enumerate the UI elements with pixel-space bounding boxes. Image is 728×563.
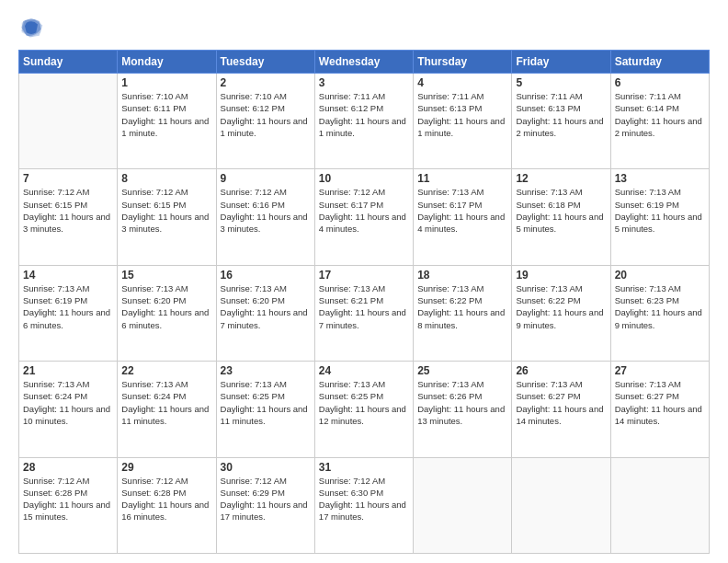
calendar-cell: 14 Sunrise: 7:13 AMSunset: 6:19 PMDaylig… bbox=[19, 265, 118, 361]
day-info: Sunrise: 7:13 AMSunset: 6:19 PMDaylight:… bbox=[23, 282, 113, 331]
day-number: 31 bbox=[319, 461, 409, 474]
day-number: 1 bbox=[121, 76, 211, 89]
day-info: Sunrise: 7:13 AMSunset: 6:22 PMDaylight:… bbox=[417, 282, 507, 331]
day-info: Sunrise: 7:13 AMSunset: 6:25 PMDaylight:… bbox=[319, 378, 409, 427]
day-info: Sunrise: 7:12 AMSunset: 6:28 PMDaylight:… bbox=[23, 475, 113, 523]
day-number: 14 bbox=[23, 269, 113, 282]
calendar-cell: 25 Sunrise: 7:13 AMSunset: 6:26 PMDaylig… bbox=[414, 362, 512, 457]
calendar-cell: 1 Sunrise: 7:10 AMSunset: 6:11 PMDayligh… bbox=[118, 74, 216, 169]
calendar-cell: 3 Sunrise: 7:11 AMSunset: 6:12 PMDayligh… bbox=[314, 74, 413, 169]
header bbox=[18, 15, 710, 40]
day-number: 23 bbox=[221, 364, 311, 377]
calendar-cell: 31 Sunrise: 7:12 AMSunset: 6:30 PMDaylig… bbox=[314, 457, 413, 553]
calendar-cell: 15 Sunrise: 7:13 AMSunset: 6:20 PMDaylig… bbox=[118, 265, 216, 361]
calendar-cell: 22 Sunrise: 7:13 AMSunset: 6:24 PMDaylig… bbox=[118, 362, 216, 457]
day-number: 10 bbox=[319, 172, 409, 185]
day-number: 19 bbox=[516, 269, 606, 282]
day-number: 13 bbox=[615, 172, 705, 185]
day-info: Sunrise: 7:13 AMSunset: 6:19 PMDaylight:… bbox=[615, 186, 705, 235]
calendar-cell: 11 Sunrise: 7:13 AMSunset: 6:17 PMDaylig… bbox=[414, 169, 512, 265]
day-info: Sunrise: 7:13 AMSunset: 6:20 PMDaylight:… bbox=[121, 282, 211, 331]
day-number: 17 bbox=[319, 269, 409, 282]
day-number: 28 bbox=[23, 461, 113, 474]
day-info: Sunrise: 7:13 AMSunset: 6:27 PMDaylight:… bbox=[615, 378, 705, 427]
calendar-cell: 17 Sunrise: 7:13 AMSunset: 6:21 PMDaylig… bbox=[314, 265, 413, 361]
day-number: 4 bbox=[417, 76, 507, 89]
calendar-cell bbox=[610, 457, 709, 553]
day-number: 20 bbox=[615, 269, 705, 282]
day-info: Sunrise: 7:13 AMSunset: 6:17 PMDaylight:… bbox=[417, 186, 507, 235]
day-number: 5 bbox=[516, 76, 606, 89]
day-info: Sunrise: 7:12 AMSunset: 6:28 PMDaylight:… bbox=[121, 475, 211, 523]
day-number: 12 bbox=[516, 172, 606, 185]
calendar-cell: 2 Sunrise: 7:10 AMSunset: 6:12 PMDayligh… bbox=[216, 74, 314, 169]
day-number: 26 bbox=[516, 364, 606, 377]
calendar-cell: 16 Sunrise: 7:13 AMSunset: 6:20 PMDaylig… bbox=[216, 265, 314, 361]
weekday-header-thursday: Thursday bbox=[414, 51, 512, 74]
day-info: Sunrise: 7:12 AMSunset: 6:16 PMDaylight:… bbox=[221, 186, 311, 235]
weekday-header-friday: Friday bbox=[512, 51, 610, 74]
calendar-cell bbox=[19, 74, 118, 169]
calendar-cell: 5 Sunrise: 7:11 AMSunset: 6:13 PMDayligh… bbox=[512, 74, 610, 169]
day-info: Sunrise: 7:12 AMSunset: 6:15 PMDaylight:… bbox=[121, 186, 211, 235]
day-info: Sunrise: 7:13 AMSunset: 6:24 PMDaylight:… bbox=[121, 378, 211, 427]
calendar-cell: 19 Sunrise: 7:13 AMSunset: 6:22 PMDaylig… bbox=[512, 265, 610, 361]
day-number: 29 bbox=[121, 461, 211, 474]
day-number: 24 bbox=[319, 364, 409, 377]
weekday-header-wednesday: Wednesday bbox=[314, 51, 413, 74]
week-row-3: 14 Sunrise: 7:13 AMSunset: 6:19 PMDaylig… bbox=[19, 265, 710, 361]
day-number: 18 bbox=[417, 269, 507, 282]
calendar-cell: 27 Sunrise: 7:13 AMSunset: 6:27 PMDaylig… bbox=[610, 362, 709, 457]
day-number: 22 bbox=[121, 364, 211, 377]
weekday-header-saturday: Saturday bbox=[610, 51, 709, 74]
day-number: 21 bbox=[23, 364, 113, 377]
day-info: Sunrise: 7:10 AMSunset: 6:12 PMDaylight:… bbox=[221, 90, 311, 139]
calendar-cell: 26 Sunrise: 7:13 AMSunset: 6:27 PMDaylig… bbox=[512, 362, 610, 457]
day-info: Sunrise: 7:11 AMSunset: 6:13 PMDaylight:… bbox=[516, 90, 606, 139]
day-info: Sunrise: 7:13 AMSunset: 6:21 PMDaylight:… bbox=[319, 282, 409, 331]
day-info: Sunrise: 7:12 AMSunset: 6:30 PMDaylight:… bbox=[319, 475, 409, 523]
calendar-cell: 13 Sunrise: 7:13 AMSunset: 6:19 PMDaylig… bbox=[610, 169, 709, 265]
calendar-cell: 21 Sunrise: 7:13 AMSunset: 6:24 PMDaylig… bbox=[19, 362, 118, 457]
day-info: Sunrise: 7:10 AMSunset: 6:11 PMDaylight:… bbox=[121, 90, 211, 139]
day-number: 7 bbox=[23, 172, 113, 185]
calendar-cell: 7 Sunrise: 7:12 AMSunset: 6:15 PMDayligh… bbox=[19, 169, 118, 265]
calendar-cell: 9 Sunrise: 7:12 AMSunset: 6:16 PMDayligh… bbox=[216, 169, 314, 265]
day-info: Sunrise: 7:11 AMSunset: 6:14 PMDaylight:… bbox=[615, 90, 705, 139]
day-number: 27 bbox=[615, 364, 705, 377]
calendar-cell: 29 Sunrise: 7:12 AMSunset: 6:28 PMDaylig… bbox=[118, 457, 216, 553]
day-info: Sunrise: 7:12 AMSunset: 6:29 PMDaylight:… bbox=[221, 475, 311, 523]
calendar-cell: 6 Sunrise: 7:11 AMSunset: 6:14 PMDayligh… bbox=[610, 74, 709, 169]
weekday-header-row: SundayMondayTuesdayWednesdayThursdayFrid… bbox=[19, 51, 710, 74]
week-row-4: 21 Sunrise: 7:13 AMSunset: 6:24 PMDaylig… bbox=[19, 362, 710, 457]
day-number: 30 bbox=[221, 461, 311, 474]
day-info: Sunrise: 7:13 AMSunset: 6:26 PMDaylight:… bbox=[417, 378, 507, 427]
day-info: Sunrise: 7:11 AMSunset: 6:13 PMDaylight:… bbox=[417, 90, 507, 139]
calendar-cell: 23 Sunrise: 7:13 AMSunset: 6:25 PMDaylig… bbox=[216, 362, 314, 457]
day-number: 2 bbox=[221, 76, 311, 89]
day-info: Sunrise: 7:12 AMSunset: 6:17 PMDaylight:… bbox=[319, 186, 409, 235]
calendar-cell: 18 Sunrise: 7:13 AMSunset: 6:22 PMDaylig… bbox=[414, 265, 512, 361]
day-info: Sunrise: 7:12 AMSunset: 6:15 PMDaylight:… bbox=[23, 186, 113, 235]
logo bbox=[18, 15, 48, 40]
day-number: 6 bbox=[615, 76, 705, 89]
calendar-cell: 12 Sunrise: 7:13 AMSunset: 6:18 PMDaylig… bbox=[512, 169, 610, 265]
day-number: 11 bbox=[417, 172, 507, 185]
day-info: Sunrise: 7:11 AMSunset: 6:12 PMDaylight:… bbox=[319, 90, 409, 139]
calendar-cell: 8 Sunrise: 7:12 AMSunset: 6:15 PMDayligh… bbox=[118, 169, 216, 265]
weekday-header-monday: Monday bbox=[118, 51, 216, 74]
weekday-header-sunday: Sunday bbox=[19, 51, 118, 74]
calendar-cell: 30 Sunrise: 7:12 AMSunset: 6:29 PMDaylig… bbox=[216, 457, 314, 553]
calendar-cell: 4 Sunrise: 7:11 AMSunset: 6:13 PMDayligh… bbox=[414, 74, 512, 169]
day-number: 15 bbox=[121, 269, 211, 282]
day-number: 25 bbox=[417, 364, 507, 377]
day-number: 9 bbox=[221, 172, 311, 185]
logo-icon bbox=[18, 15, 44, 40]
week-row-1: 1 Sunrise: 7:10 AMSunset: 6:11 PMDayligh… bbox=[19, 74, 710, 169]
calendar-cell: 24 Sunrise: 7:13 AMSunset: 6:25 PMDaylig… bbox=[314, 362, 413, 457]
day-info: Sunrise: 7:13 AMSunset: 6:22 PMDaylight:… bbox=[516, 282, 606, 331]
day-number: 8 bbox=[121, 172, 211, 185]
day-info: Sunrise: 7:13 AMSunset: 6:18 PMDaylight:… bbox=[516, 186, 606, 235]
day-info: Sunrise: 7:13 AMSunset: 6:27 PMDaylight:… bbox=[516, 378, 606, 427]
day-number: 16 bbox=[221, 269, 311, 282]
